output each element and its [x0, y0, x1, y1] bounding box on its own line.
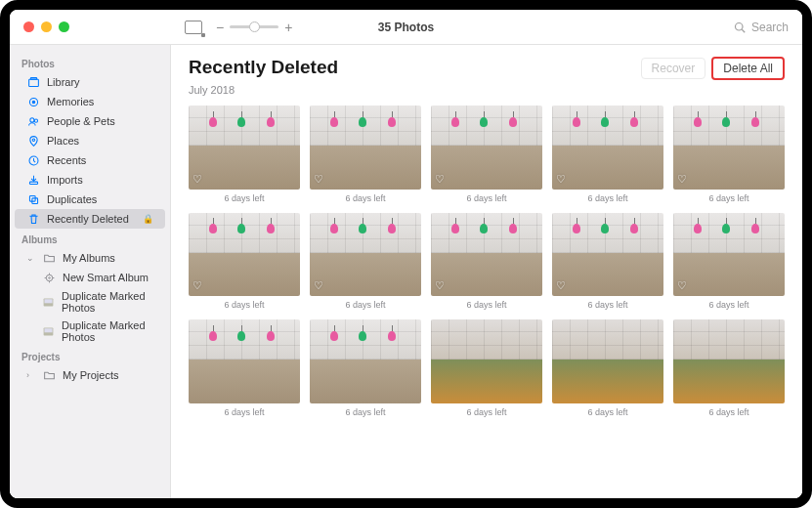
window-controls [10, 21, 171, 32]
sidebar-item-library[interactable]: Library [15, 72, 165, 92]
photo-image: ♡ [673, 213, 785, 297]
favorite-heart-icon: ♡ [314, 279, 323, 292]
date-label: July 2018 [171, 84, 802, 106]
folder-icon [42, 368, 56, 382]
svg-line-1 [742, 29, 745, 32]
sidebar-item-label: New Smart Album [63, 272, 149, 283]
sidebar-item-my-albums[interactable]: ⌄My Albums [15, 248, 165, 268]
delete-all-button[interactable]: Delete All [711, 57, 785, 80]
sidebar-item-new-smart-album[interactable]: New Smart Album [15, 268, 165, 287]
search-field[interactable]: Search [734, 21, 789, 34]
memories-icon [26, 95, 40, 108]
close-window-button[interactable] [23, 21, 34, 32]
photo-image: ♡ [552, 106, 663, 190]
photo-thumbnail[interactable]: ♡6 days left [552, 213, 663, 311]
fullscreen-window-button[interactable] [59, 21, 69, 32]
photo-thumbnail[interactable]: 6 days left [673, 319, 785, 417]
zoom-thumb[interactable] [249, 21, 260, 32]
imports-icon [26, 173, 40, 187]
photo-image: ♡ [189, 213, 300, 297]
chevron-down-icon[interactable]: ⌄ [26, 253, 35, 263]
photo-thumbnail[interactable]: ♡6 days left [310, 213, 421, 311]
recents-icon [26, 153, 40, 167]
photo-thumbnail[interactable]: ♡6 days left [431, 213, 542, 311]
favorite-heart-icon: ♡ [677, 279, 687, 292]
sidebar-item-duplicate-marked-photos[interactable]: Duplicate Marked Photos [15, 287, 165, 317]
photo-thumbnail[interactable]: ♡6 days left [673, 106, 785, 203]
photo-thumbnail[interactable]: 6 days left [310, 319, 421, 417]
favorite-heart-icon: ♡ [314, 173, 323, 186]
days-left-label: 6 days left [224, 300, 264, 310]
sidebar-item-recently-deleted[interactable]: Recently Deleted🔒 [15, 209, 165, 229]
sidebar-item-label: Duplicate Marked Photos [62, 319, 153, 343]
sidebar-item-memories[interactable]: Memories [15, 92, 165, 111]
sidebar-item-places[interactable]: Places [15, 131, 165, 150]
sidebar-item-label: Imports [47, 174, 83, 186]
sidebar-item-imports[interactable]: Imports [15, 170, 165, 190]
sidebar-section-header: Photos [10, 53, 170, 72]
sidebar-item-recents[interactable]: Recents [15, 150, 165, 170]
zoom-slider[interactable]: − + [216, 20, 292, 35]
photo-thumbnail[interactable]: 6 days left [189, 319, 300, 417]
photo-thumbnail[interactable]: ♡6 days left [431, 106, 542, 203]
photo-image: ♡ [431, 106, 542, 190]
days-left-label: 6 days left [224, 193, 264, 203]
minimize-window-button[interactable] [41, 21, 52, 32]
sidebar-item-label: Recents [47, 154, 86, 166]
sidebar-item-people-pets[interactable]: People & Pets [15, 111, 165, 131]
days-left-label: 6 days left [708, 193, 748, 203]
sidebar-item-label: Duplicates [47, 193, 97, 205]
svg-point-13 [46, 275, 53, 281]
photo-image: ♡ [431, 213, 542, 297]
sidebar-item-duplicates[interactable]: Duplicates [15, 190, 165, 209]
days-left-label: 6 days left [466, 193, 506, 203]
recover-button[interactable]: Recover [641, 58, 706, 79]
duplicates-icon [26, 192, 40, 206]
sidebar-item-label: Recently Deleted [47, 213, 129, 225]
lock-icon: 🔒 [143, 214, 153, 224]
aspect-crop-icon[interactable] [185, 21, 202, 34]
favorite-heart-icon: ♡ [677, 173, 687, 186]
favorite-heart-icon: ♡ [192, 279, 202, 292]
sidebar-item-duplicate-marked-photos[interactable]: Duplicate Marked Photos [15, 317, 165, 346]
library-icon [26, 75, 40, 89]
photo-image: ♡ [189, 106, 300, 190]
sidebar-item-label: My Albums [63, 252, 115, 264]
svg-rect-10 [29, 182, 37, 184]
days-left-label: 6 days left [345, 300, 385, 310]
photo-thumbnail[interactable]: 6 days left [431, 319, 542, 417]
people-icon [26, 114, 40, 128]
sidebar-item-label: Places [47, 135, 79, 147]
svg-point-7 [34, 119, 37, 122]
sidebar-item-my-projects[interactable]: ›My Projects [15, 365, 165, 385]
sidebar-section-header: Projects [10, 346, 170, 365]
sidebar-item-label: Duplicate Marked Photos [62, 290, 153, 314]
photo-grid: ♡6 days left♡6 days left♡6 days left♡6 d… [171, 106, 802, 417]
sidebar-item-label: My Projects [63, 369, 118, 381]
svg-point-5 [32, 101, 34, 103]
sidebar: PhotosLibraryMemoriesPeople & PetsPlaces… [10, 45, 171, 498]
svg-rect-3 [30, 77, 37, 79]
days-left-label: 6 days left [708, 407, 748, 417]
zoom-out-icon[interactable]: − [216, 20, 224, 35]
search-icon [734, 21, 746, 33]
photo-image: ♡ [310, 213, 421, 297]
svg-point-0 [735, 22, 743, 30]
photo-image: ♡ [673, 106, 785, 190]
days-left-label: 6 days left [345, 193, 385, 203]
photo-image [552, 319, 663, 403]
sidebar-item-label: Memories [47, 96, 94, 107]
favorite-heart-icon: ♡ [556, 173, 566, 186]
photo-thumbnail[interactable]: ♡6 days left [310, 106, 421, 203]
sidebar-section-header: Albums [10, 229, 170, 248]
zoom-track[interactable] [230, 25, 278, 28]
photo-thumbnail[interactable]: ♡6 days left [552, 106, 663, 203]
chevron-right-icon[interactable]: › [26, 370, 35, 380]
photo-thumbnail[interactable]: 6 days left [552, 319, 663, 417]
photo-thumbnail[interactable]: ♡6 days left [189, 106, 300, 203]
photo-image: ♡ [552, 213, 663, 297]
photo-thumbnail[interactable]: ♡6 days left [673, 213, 785, 311]
main-content: Recently Deleted Recover Delete All July… [171, 45, 802, 498]
zoom-in-icon[interactable]: + [284, 20, 292, 35]
photo-thumbnail[interactable]: ♡6 days left [189, 213, 300, 311]
